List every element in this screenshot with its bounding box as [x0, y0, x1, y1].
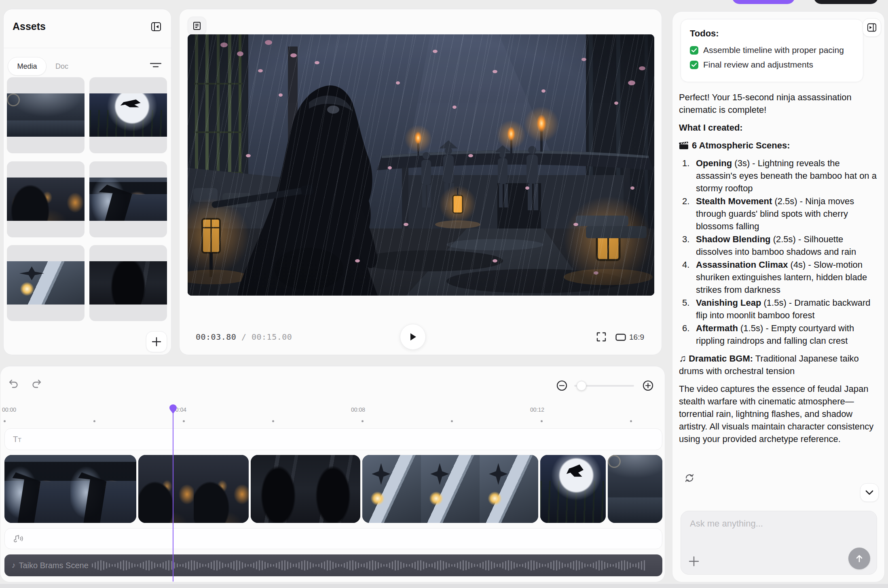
scene-name: Aftermath	[696, 323, 738, 333]
scene-number: 6.	[682, 322, 695, 347]
fullscreen-icon[interactable]	[596, 332, 607, 342]
video-frame-art	[188, 34, 654, 296]
undo-icon[interactable]	[8, 377, 21, 391]
scenes-heading: 6 Atmospheric Scenes:	[679, 139, 880, 152]
tab-media[interactable]: Media	[8, 57, 47, 76]
redo-icon[interactable]	[31, 377, 45, 391]
music-note-icon: ♫	[679, 353, 686, 364]
scene-name: Stealth Movement	[696, 196, 772, 206]
ruler-label: 00:08	[351, 406, 365, 413]
todos-title: Todos:	[690, 28, 855, 39]
player-controls: 00:03.80 / 00:15.00 16:9	[180, 324, 662, 351]
thumbnail-image	[7, 93, 85, 137]
timeline-clip-climax[interactable]	[362, 455, 538, 523]
sound-wave-icon	[13, 534, 23, 543]
add-asset-button[interactable]	[146, 331, 167, 352]
playhead-line	[173, 410, 173, 582]
timecode: 00:03.80 / 00:15.00	[196, 332, 292, 342]
chat-input[interactable]	[690, 518, 864, 547]
todo-label: Final review and adjustments	[703, 60, 813, 70]
asset-thumbnail-courtyard-crouch[interactable]	[7, 161, 85, 237]
check-icon	[690, 61, 698, 69]
clapperboard-icon	[679, 141, 689, 150]
filter-icon[interactable]	[150, 61, 161, 69]
scene-name: Assassination Climax	[696, 260, 788, 270]
timeline-clip-aftermath[interactable]	[608, 455, 662, 523]
collapse-right-panel-icon[interactable]	[863, 18, 881, 37]
scroll-to-bottom-button[interactable]	[860, 483, 879, 502]
scene-number: 2.	[682, 195, 695, 233]
scene-item: 1.Opening (3s) - Lightning reveals the a…	[682, 157, 880, 195]
play-button[interactable]	[400, 324, 426, 350]
time-separator: /	[241, 332, 247, 342]
scene-item: 4.Assassination Climax (4s) - Slow-motio…	[682, 258, 880, 296]
music-note-icon: ♪	[12, 561, 16, 570]
scene-name: Vanishing Leap	[696, 298, 761, 308]
zoom-slider[interactable]	[574, 385, 634, 387]
sfx-track-lane[interactable]	[4, 528, 662, 549]
scene-number: 5.	[682, 296, 695, 321]
chat-composer	[681, 511, 877, 575]
aspect-ratio-label: 16:9	[629, 333, 644, 342]
preview-panel: 00:03.80 / 00:15.00 16:9	[179, 9, 662, 355]
zoom-slider-knob[interactable]	[577, 381, 586, 391]
scene-item: 2.Stealth Movement (2.5s) - Ninja moves …	[682, 195, 880, 233]
scene-name: Opening	[696, 158, 732, 168]
thumbnail-image	[7, 178, 85, 221]
zoom-in-icon[interactable]	[643, 380, 653, 391]
scene-item: 3.Shadow Blending (2.5s) - Silhouette di…	[682, 233, 880, 258]
assets-panel: Assets Media Doc	[3, 9, 171, 355]
video-preview[interactable]	[188, 34, 654, 296]
asset-thumbnail-face-lightning[interactable]	[89, 161, 167, 237]
tab-doc[interactable]: Doc	[55, 57, 68, 76]
aspect-ratio-control[interactable]: 16:9	[615, 333, 644, 342]
assistant-summary: The video captures the essence of feudal…	[679, 383, 880, 445]
asset-thumbnail-courtyard-crest[interactable]	[7, 77, 85, 153]
arrow-up-icon	[855, 554, 864, 563]
audio-clip[interactable]: ♪ Taiko Brams Scene	[4, 554, 662, 576]
attach-plus-icon[interactable]	[688, 554, 703, 569]
todo-label: Assemble timeline with proper pacing	[703, 45, 844, 55]
bgm-label: Dramatic BGM:	[689, 353, 753, 364]
collapse-left-panel-icon[interactable]	[150, 21, 162, 33]
bottom-strip	[0, 584, 888, 588]
scenes-list: 1.Opening (3s) - Lightning reveals the a…	[679, 157, 880, 347]
timeline-zoom-controls	[556, 380, 653, 391]
thumbnail-image	[89, 93, 167, 137]
ruler-label: 00:00	[2, 406, 16, 413]
scene-number: 4.	[682, 258, 695, 296]
ruler-label: 00:12	[530, 406, 544, 413]
scenes-heading-text: 6 Atmospheric Scenes:	[692, 139, 790, 152]
assistant-intro: Perfect! Your 15-second ninja assassinat…	[679, 91, 880, 116]
text-track-lane[interactable]: TT	[4, 428, 662, 450]
top-primary-button[interactable]	[732, 0, 795, 4]
zoom-out-icon[interactable]	[556, 380, 567, 391]
scene-item: 5.Vanishing Leap (1.5s) - Dramatic backw…	[682, 296, 880, 321]
timeline-clip-stealth[interactable]	[138, 455, 249, 523]
created-heading: What I created:	[679, 121, 880, 134]
script-notes-icon[interactable]	[188, 17, 206, 35]
timeline-clip-shadow[interactable]	[251, 455, 360, 523]
assets-title: Assets	[13, 21, 46, 32]
top-secondary-button[interactable]	[814, 0, 878, 4]
todos-card: Todos: Assemble timeline with proper pac…	[681, 19, 863, 82]
todo-item: Final review and adjustments	[690, 60, 855, 70]
timeline-clip-opening[interactable]	[4, 455, 136, 523]
bgm-line: ♫ Dramatic BGM: Traditional Japanese tai…	[679, 352, 880, 377]
assistant-panel: Todos: Assemble timeline with proper pac…	[672, 11, 885, 582]
asset-thumbnail-moon-leap[interactable]	[89, 77, 167, 153]
send-button[interactable]	[848, 548, 870, 569]
text-track-icon: TT	[13, 435, 21, 444]
asset-thumbnail-silhouette[interactable]	[89, 245, 167, 321]
thumbnail-image	[89, 261, 167, 305]
app-root: Assets Media Doc	[0, 0, 888, 588]
aspect-ratio-icon	[615, 334, 626, 341]
asset-thumbnail-shuriken[interactable]	[7, 245, 85, 321]
playhead[interactable]	[169, 404, 177, 582]
current-time: 00:03.80	[196, 332, 236, 342]
scene-item: 6.Aftermath (1.5s) - Empty courtyard wit…	[682, 322, 880, 347]
assets-header: Assets	[4, 9, 171, 48]
timeline-panel: 00:00 00:04 00:08 00:12 TT ♪ Taiko Brams…	[0, 366, 665, 582]
regenerate-icon[interactable]	[685, 472, 697, 484]
timeline-clip-vanishing[interactable]	[540, 455, 606, 523]
